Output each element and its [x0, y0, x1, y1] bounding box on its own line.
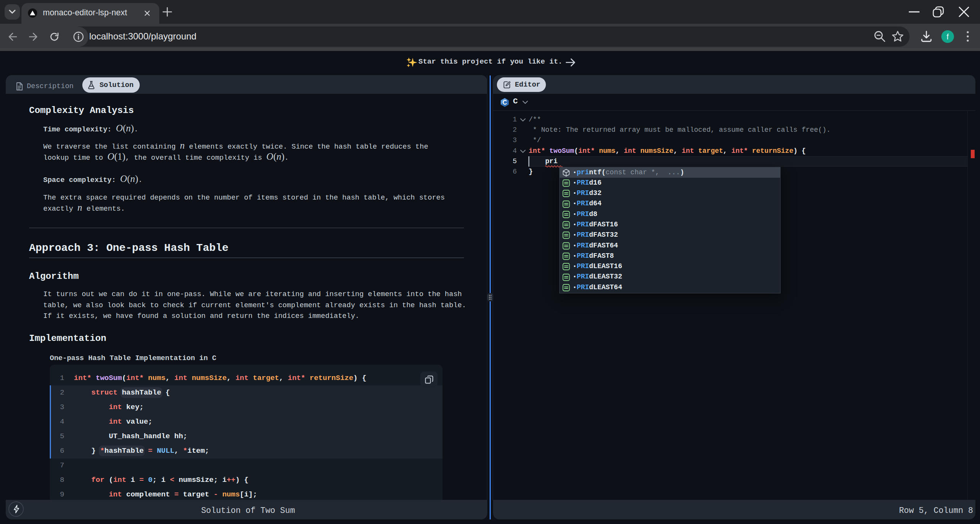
svg-text:C: C: [503, 99, 507, 106]
